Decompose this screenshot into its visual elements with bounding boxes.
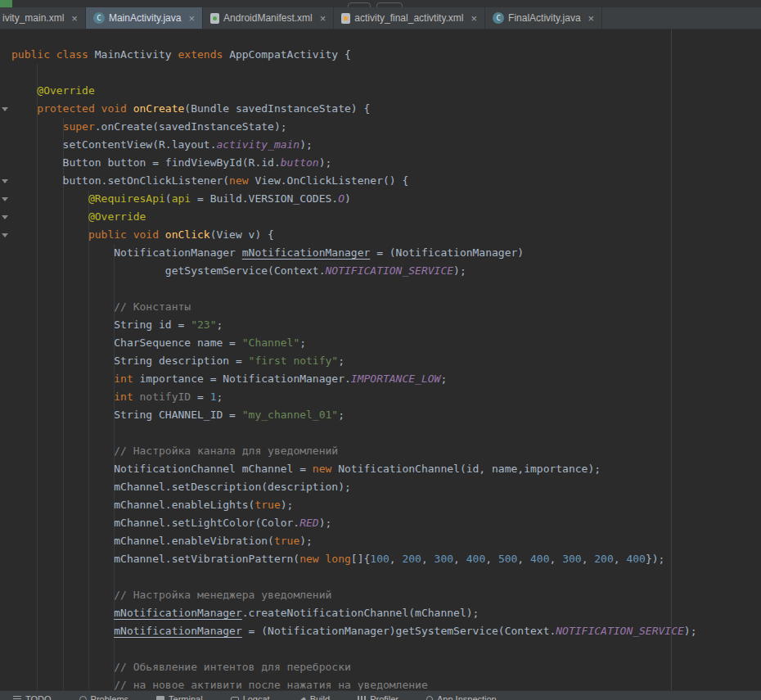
code-line: @Override — [0, 208, 697, 226]
code-line: mNotificationManager = (NotificationMana… — [0, 622, 697, 640]
code-line: setContentView(R.layout.activity_main); — [0, 136, 697, 154]
profiler-icon — [358, 696, 366, 700]
statusbar-item-app-inspection[interactable]: App Inspection — [426, 694, 497, 700]
statusbar-item-profiler[interactable]: Profiler — [358, 694, 399, 700]
statusbar-item-logcat[interactable]: Logcat — [231, 694, 270, 700]
gutter — [0, 604, 11, 622]
toolbar-strip — [0, 0, 761, 7]
ide-header: ivity_main.xml×CMainActivity.java×Androi… — [0, 0, 761, 29]
terminal-icon — [156, 696, 164, 700]
tab-label: FinalActivity.java — [508, 12, 580, 24]
tab-label: AndroidManifest.xml — [223, 12, 313, 24]
gutter — [0, 352, 11, 370]
toolbar-widget-fragment — [376, 2, 403, 7]
gutter — [0, 478, 11, 496]
gutter — [0, 316, 11, 334]
gutter — [0, 190, 11, 208]
code-line: mChannel.enableVibration(true); — [0, 532, 697, 550]
code-line: @Override — [0, 82, 697, 100]
tab-androidmanifest-xml[interactable]: AndroidManifest.xml× — [203, 7, 334, 29]
build-icon — [298, 697, 306, 700]
gutter — [0, 46, 11, 64]
gutter — [0, 100, 11, 118]
statusbar-item-label: Profiler — [370, 694, 399, 700]
statusbar-item-terminal[interactable]: Terminal — [156, 694, 203, 700]
tab-close-icon[interactable]: × — [320, 13, 326, 24]
gutter — [0, 64, 11, 82]
gutter — [0, 532, 11, 550]
code-line — [0, 64, 697, 82]
code-line: NotificationManager mNotificationManager… — [0, 244, 697, 262]
gutter — [0, 370, 11, 388]
gutter — [0, 550, 11, 568]
code-line: int notifyID = 1; — [0, 388, 697, 406]
statusbar-item-todo[interactable]: TODO — [13, 694, 52, 700]
code-line: CharSequence name = "Channel"; — [0, 334, 697, 352]
gutter — [0, 658, 11, 676]
status-bar: TODOProblemsTerminalLogcatBuildProfilerA… — [0, 690, 761, 700]
gutter — [0, 82, 11, 100]
tab-close-icon[interactable]: × — [588, 13, 595, 24]
editor-tab-bar: ivity_main.xml×CMainActivity.java×Androi… — [0, 7, 761, 29]
tab-close-icon[interactable]: × — [71, 13, 78, 24]
statusbar-item-build[interactable]: Build — [298, 694, 330, 700]
code-line: String CHANNEL_ID = "my_channel_01"; — [0, 406, 697, 424]
tab-label: ivity_main.xml — [2, 12, 64, 24]
code-line: mChannel.setLightColor(Color.RED); — [0, 514, 697, 532]
gutter — [0, 262, 11, 280]
code-line: // Константы — [0, 298, 697, 316]
statusbar-item-label: Logcat — [243, 694, 270, 700]
gutter — [0, 424, 11, 442]
fold-arrow-icon[interactable] — [2, 107, 8, 111]
code-line: protected void onCreate(Bundle savedInst… — [0, 100, 697, 118]
gutter — [0, 514, 11, 532]
fold-arrow-icon[interactable] — [2, 233, 8, 237]
code-line: mChannel.setVibrationPattern(new long[]{… — [0, 550, 697, 568]
manifest-file-icon — [210, 13, 219, 24]
fold-arrow-icon[interactable] — [2, 197, 8, 201]
tab-label: MainActivity.java — [109, 12, 181, 24]
gutter — [0, 118, 11, 136]
code-line: // Настройка менеджера уведомлений — [0, 586, 697, 604]
code-line: String description = "first notify"; — [0, 352, 697, 370]
statusbar-item-problems[interactable]: Problems — [79, 694, 128, 700]
code-line: Button button = findViewById(R.id.button… — [0, 154, 697, 172]
gutter — [0, 406, 11, 424]
gutter — [0, 568, 11, 586]
toolbar-icon-fragment — [0, 0, 12, 7]
fold-arrow-icon[interactable] — [2, 215, 8, 219]
code-line: // Настройка канала для уведомлений — [0, 442, 697, 460]
code-line — [0, 640, 697, 658]
problems-icon — [79, 696, 87, 700]
gutter — [0, 388, 11, 406]
gutter — [0, 172, 11, 190]
java-class-icon: C — [93, 12, 105, 24]
java-class-icon: C — [493, 12, 504, 24]
tab-mainactivity-java[interactable]: CMainActivity.java× — [86, 7, 203, 29]
gutter — [0, 496, 11, 514]
gutter — [0, 154, 11, 172]
gutter — [0, 136, 11, 154]
code-line: NotificationChannel mChannel = new Notif… — [0, 460, 697, 478]
tab-close-icon[interactable]: × — [188, 13, 195, 24]
tab-ivity-main-xml[interactable]: ivity_main.xml× — [0, 7, 86, 29]
fold-arrow-icon[interactable] — [2, 179, 8, 183]
statusbar-item-label: App Inspection — [437, 694, 497, 700]
code-line: int importance = NotificationManager.IMP… — [0, 370, 697, 388]
code-editor[interactable]: public class MainActivity extends AppCom… — [0, 29, 761, 700]
gutter — [0, 280, 11, 298]
code-line: public void onClick(View v) { — [0, 226, 697, 244]
gutter — [0, 244, 11, 262]
code-line — [0, 280, 697, 298]
tab-label: activity_final_activtity.xml — [354, 12, 463, 24]
gutter — [0, 442, 11, 460]
tab-close-icon[interactable]: × — [471, 13, 478, 24]
statusbar-item-label: TODO — [25, 694, 52, 700]
tab-activity-final-activtity-xml[interactable]: activity_final_activtity.xml× — [334, 7, 485, 29]
tab-finalactivity-java[interactable]: CFinalActivity.java× — [485, 7, 602, 29]
code-line: super.onCreate(savedInstanceState); — [0, 118, 697, 136]
gutter — [0, 586, 11, 604]
logcat-icon — [231, 697, 239, 700]
code-line: public class MainActivity extends AppCom… — [0, 46, 697, 64]
gutter — [0, 226, 11, 244]
